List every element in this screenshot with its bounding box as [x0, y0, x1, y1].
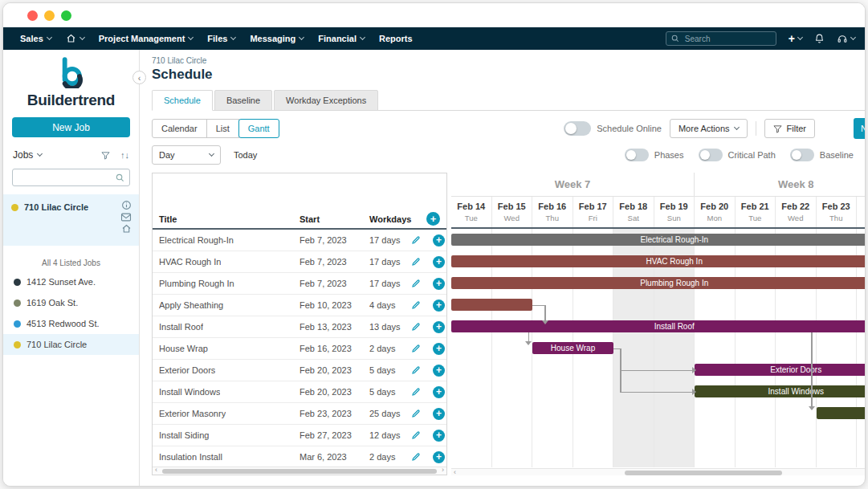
- schedule-online-toggle[interactable]: [564, 121, 591, 136]
- job-home-icon[interactable]: [121, 224, 132, 234]
- phases-toggle[interactable]: [625, 149, 649, 161]
- day-header-cell: Feb 19Sun: [654, 197, 695, 227]
- chevron-down-icon: [734, 124, 740, 130]
- edit-task-icon[interactable]: [411, 344, 421, 353]
- edit-task-icon[interactable]: [411, 430, 421, 440]
- nav-item-project-management[interactable]: Project Management: [92, 27, 201, 50]
- tab-workday-exceptions[interactable]: Workday Exceptions: [274, 90, 378, 111]
- add-task-icon[interactable]: +: [433, 386, 445, 398]
- sort-jobs-icon[interactable]: ↑↓: [120, 150, 129, 160]
- add-task-icon[interactable]: +: [433, 430, 445, 442]
- job-name: 710 Lilac Circle: [26, 340, 87, 349]
- global-search-input[interactable]: [683, 34, 771, 44]
- edit-task-icon[interactable]: [411, 365, 421, 375]
- sidebar-job-item[interactable]: 1619 Oak St.: [3, 292, 139, 313]
- gantt-bar[interactable]: [817, 407, 866, 419]
- minimize-window-icon[interactable]: [44, 10, 55, 21]
- add-task-icon[interactable]: +: [433, 343, 445, 355]
- task-workdays: 17 days: [369, 279, 401, 288]
- add-task-icon[interactable]: +: [433, 365, 445, 377]
- dependency-connector: [620, 348, 621, 370]
- gantt-bar[interactable]: Exterior Doors: [695, 364, 865, 376]
- add-task-icon[interactable]: +: [433, 256, 445, 268]
- task-start-date: Feb 27, 2023: [300, 430, 352, 440]
- today-button[interactable]: Today: [234, 150, 257, 160]
- edit-task-icon[interactable]: [411, 452, 421, 462]
- nav-item-sales[interactable]: Sales: [13, 27, 59, 50]
- nav-item-reports[interactable]: Reports: [372, 27, 420, 50]
- scroll-left-icon[interactable]: ‹: [155, 466, 157, 474]
- add-task-icon[interactable]: +: [433, 408, 445, 420]
- filter-jobs-icon[interactable]: [101, 151, 110, 160]
- gantt-table-row: Install SidingFeb 27, 202312 days+: [153, 425, 446, 446]
- edit-task-icon[interactable]: [411, 235, 421, 245]
- add-task-button[interactable]: +: [426, 212, 440, 226]
- gantt-bar[interactable]: House Wrap: [532, 342, 613, 354]
- edit-task-icon[interactable]: [411, 257, 421, 267]
- sidebar-job-item[interactable]: 710 Lilac Circle: [3, 334, 139, 355]
- sidebar-collapse-button[interactable]: ‹: [132, 71, 146, 84]
- add-task-icon[interactable]: +: [433, 451, 445, 463]
- gantt-bar-label: House Wrap: [551, 344, 595, 352]
- gantt-bar[interactable]: Install Windows: [695, 385, 865, 397]
- add-task-icon[interactable]: +: [433, 321, 445, 333]
- edit-task-icon[interactable]: [411, 279, 421, 288]
- dependency-arrow-icon: [809, 406, 815, 410]
- new-job-button[interactable]: New Job: [12, 117, 130, 137]
- new-schedule-item-button[interactable]: New: [854, 118, 865, 139]
- nav-item-messaging[interactable]: Messaging: [242, 27, 311, 50]
- scrollbar-thumb[interactable]: [625, 471, 782, 475]
- tab-baseline[interactable]: Baseline: [214, 90, 272, 111]
- nav-item-files[interactable]: Files: [200, 27, 242, 50]
- gantt-bar[interactable]: [451, 299, 532, 311]
- tab-schedule[interactable]: Schedule: [152, 90, 213, 111]
- more-actions-button[interactable]: More Actions: [670, 119, 748, 138]
- support-headset-icon[interactable]: [837, 34, 855, 44]
- baseline-toggle[interactable]: [790, 149, 814, 161]
- gantt-table-row: Plumbing Rough InFeb 7, 202317 days+: [153, 273, 446, 295]
- view-list-button[interactable]: List: [206, 119, 239, 138]
- day-of-week: Tue: [451, 214, 491, 222]
- scrollbar-thumb[interactable]: [162, 469, 437, 474]
- add-task-icon[interactable]: +: [433, 234, 445, 247]
- gantt-bar[interactable]: Install Roof: [451, 320, 865, 332]
- scroll-left-icon[interactable]: ‹: [454, 468, 456, 475]
- jobs-dropdown[interactable]: Jobs: [13, 149, 42, 161]
- breadcrumb[interactable]: 710 Lilac Circle: [152, 56, 865, 65]
- edit-task-icon[interactable]: [411, 387, 421, 397]
- dependency-arrow-icon: [542, 320, 548, 324]
- gantt-bar[interactable]: Electrical Rough-In: [451, 234, 865, 246]
- add-task-icon[interactable]: +: [433, 300, 445, 312]
- edit-task-icon[interactable]: [411, 409, 421, 418]
- maximize-window-icon[interactable]: [61, 10, 71, 21]
- job-message-icon[interactable]: [120, 213, 132, 222]
- gantt-bar[interactable]: Plumbing Rough In: [451, 277, 865, 289]
- scroll-right-icon[interactable]: ›: [442, 466, 444, 474]
- nav-item-financial[interactable]: Financial: [311, 27, 372, 50]
- add-task-icon[interactable]: +: [433, 278, 445, 290]
- task-title: Plumbing Rough In: [159, 279, 234, 288]
- edit-task-icon[interactable]: [411, 322, 421, 332]
- day-header-cell: Feb 21Tue: [736, 197, 776, 227]
- nav-item-home[interactable]: [59, 27, 92, 50]
- edit-task-icon[interactable]: [411, 300, 421, 310]
- sidebar-job-item[interactable]: 4513 Redwood St.: [3, 313, 139, 334]
- gantt-section: Title Start Workdays + Electrical Rough-…: [152, 173, 865, 475]
- dependency-arrow-icon: [692, 367, 696, 373]
- critical-path-toggle[interactable]: [699, 149, 723, 161]
- gantt-bar[interactable]: HVAC Rough In: [451, 255, 865, 267]
- zoom-range-select[interactable]: Day: [152, 145, 221, 165]
- sidebar-job-item[interactable]: 1412 Sunset Ave.: [3, 271, 139, 292]
- selected-job-card[interactable]: 710 Lilac Circle: [3, 194, 139, 246]
- job-search-input[interactable]: [18, 172, 112, 183]
- chevron-down-icon: [188, 35, 194, 40]
- notifications-bell-icon[interactable]: [814, 33, 825, 44]
- view-calendar-button[interactable]: Calendar: [152, 119, 207, 138]
- close-window-icon[interactable]: [27, 10, 38, 21]
- job-info-icon[interactable]: [121, 200, 132, 210]
- filter-button[interactable]: Filter: [764, 119, 815, 138]
- gantt-table-row: Electrical Rough-InFeb 7, 202317 days+: [153, 230, 446, 251]
- task-start-date: Feb 16, 2023: [300, 344, 352, 353]
- quick-add-button[interactable]: +: [789, 32, 802, 45]
- view-gantt-button[interactable]: Gantt: [238, 119, 279, 138]
